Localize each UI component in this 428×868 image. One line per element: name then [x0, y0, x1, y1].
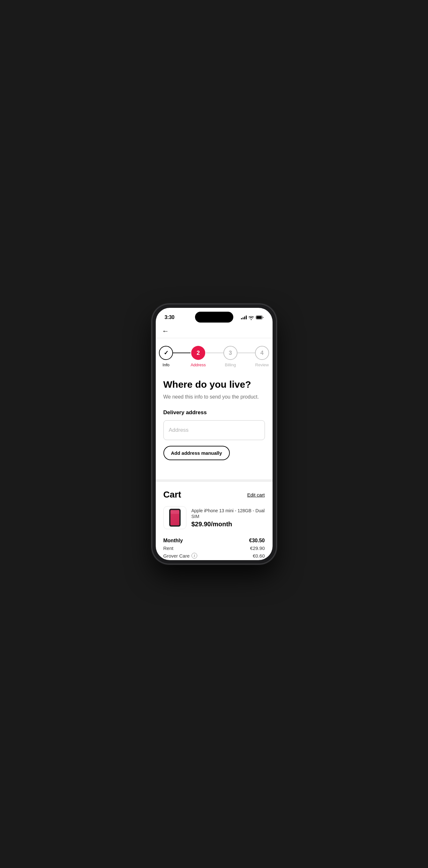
back-arrow-icon: ← — [162, 328, 169, 335]
rent-row: Rent €29.90 — [163, 545, 265, 552]
step-4-label: Review — [255, 363, 269, 367]
connector-3-4 — [237, 352, 255, 353]
step-1-circle: ✓ — [159, 346, 173, 360]
cart-item-name: Apple iPhone 13 mini - 128GB - Dual SIM — [192, 508, 265, 519]
dynamic-island — [195, 312, 233, 322]
cart-header: Cart Edit cart — [163, 490, 265, 500]
grover-care-label: Grover Care — [163, 553, 190, 559]
svg-rect-1 — [256, 316, 262, 319]
scroll-content[interactable]: ← ✓ Info 2 Address 3 — [156, 324, 272, 560]
battery-icon — [256, 315, 264, 319]
cart-item-image — [163, 506, 187, 529]
page-subtitle: We need this info to send you the produc… — [163, 394, 265, 400]
page-title: Where do you live? — [163, 379, 265, 390]
main-content: Where do you live? We need this info to … — [156, 372, 272, 467]
status-icons — [241, 315, 264, 319]
grover-care-value: €0.60 — [253, 553, 265, 559]
step-info: ✓ Info — [159, 346, 173, 367]
rent-value: €29.90 — [250, 546, 265, 551]
cart-title: Cart — [163, 490, 181, 500]
step-2-circle: 2 — [191, 346, 205, 360]
rent-label: Rent — [163, 546, 174, 551]
monthly-total-row: Monthly €30.50 — [163, 537, 265, 545]
svg-rect-9 — [170, 510, 179, 514]
cart-item-details: Apple iPhone 13 mini - 128GB - Dual SIM … — [192, 508, 265, 528]
monthly-total: €30.50 — [249, 538, 265, 544]
grover-care-row: Grover Care i €0.60 — [163, 552, 265, 559]
monthly-label: Monthly — [163, 538, 183, 544]
add-manually-button[interactable]: Add address manually — [163, 446, 230, 460]
wifi-icon — [249, 315, 254, 319]
step-address: 2 Address — [191, 346, 206, 367]
phone-frame: 3:30 — [152, 304, 276, 564]
connector-1-2 — [173, 352, 191, 353]
phone-screen: 3:30 — [156, 308, 272, 560]
step-1-label: Info — [162, 363, 169, 367]
monthly-category: Monthly €30.50 Rent €29.90 Grover Care i — [163, 537, 265, 559]
cart-section-divider — [156, 479, 272, 482]
product-image-icon — [168, 508, 182, 527]
address-placeholder: Address — [169, 427, 189, 433]
step-3-label: Billing — [225, 363, 236, 367]
cart-item-price: $29.90/month — [192, 521, 265, 528]
grover-care-info-icon[interactable]: i — [192, 553, 197, 559]
step-2-label: Address — [191, 363, 206, 367]
step-4-circle: 4 — [255, 346, 269, 360]
signal-icon — [241, 315, 247, 319]
cart-section: Cart Edit cart — [156, 482, 272, 560]
progress-steps: ✓ Info 2 Address 3 Billing — [156, 338, 272, 372]
delivery-section-label: Delivery address — [163, 409, 265, 416]
status-time: 3:30 — [165, 315, 174, 320]
step-3-circle: 3 — [223, 346, 237, 360]
back-button[interactable]: ← — [156, 324, 272, 338]
step-review: 4 Review — [255, 346, 269, 367]
grover-care-label-group: Grover Care i — [163, 553, 198, 559]
step-billing: 3 Billing — [223, 346, 237, 367]
connector-2-3 — [206, 352, 223, 353]
edit-cart-link[interactable]: Edit cart — [247, 492, 265, 498]
cart-item: Apple iPhone 13 mini - 128GB - Dual SIM … — [163, 506, 265, 529]
address-input[interactable]: Address — [163, 420, 265, 440]
pricing-section: Monthly €30.50 Rent €29.90 Grover Care i — [163, 537, 265, 560]
